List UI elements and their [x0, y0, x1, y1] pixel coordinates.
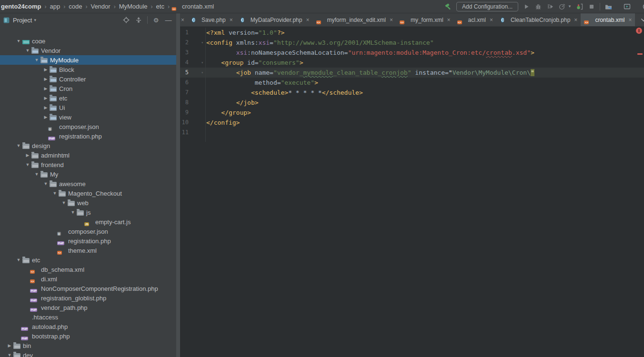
line-number[interactable]: 5▾: [180, 68, 205, 78]
collapsed-arrow-icon[interactable]: ▶: [6, 343, 13, 348]
tab-Save.php[interactable]: CSave.php×: [187, 13, 236, 26]
tree-row-js[interactable]: ▼js: [0, 208, 176, 217]
inspections-error-indicator[interactable]: [636, 28, 642, 34]
breadcrumb-item[interactable]: crontab.xml: [182, 3, 214, 10]
code-area[interactable]: <?xml version="1.0"?><config xmlns:xsi="…: [206, 28, 637, 138]
line-number[interactable]: 8: [180, 98, 205, 108]
tree-row-etc[interactable]: ▶etc: [0, 93, 176, 103]
code-line-7[interactable]: <schedule>* * * * *</schedule>: [206, 88, 637, 98]
code-editor[interactable]: 12▾34▾5▾67891011 <?xml version="1.0"?><c…: [180, 27, 644, 357]
code-line-6[interactable]: method="execute">: [206, 78, 637, 88]
tree-row-registration.php[interactable]: PHPregistration.php: [0, 236, 176, 246]
tree-row-Controller[interactable]: ▶Controller: [0, 74, 176, 84]
build-hammer-icon[interactable]: [444, 3, 452, 10]
expanded-arrow-icon[interactable]: ▼: [69, 210, 77, 215]
hide-panel-icon[interactable]: —: [164, 16, 172, 24]
expanded-arrow-icon[interactable]: ▼: [24, 48, 31, 53]
tree-row-Block[interactable]: ▶Block: [0, 65, 176, 74]
expanded-arrow-icon[interactable]: ▼: [33, 172, 40, 177]
fold-icon[interactable]: ▾: [201, 38, 203, 48]
breadcrumb-item[interactable]: MyModule: [119, 3, 148, 10]
search-icon[interactable]: [641, 3, 644, 10]
expanded-arrow-icon[interactable]: ▼: [15, 143, 22, 148]
tab-CleanTableCronjob.php[interactable]: CCleanTableCronjob.php×: [496, 13, 581, 26]
collapsed-arrow-icon[interactable]: ▶: [42, 86, 50, 91]
code-line-9[interactable]: </group>: [206, 108, 637, 118]
close-icon[interactable]: ×: [490, 17, 493, 23]
run-icon[interactable]: [523, 3, 530, 10]
tab-overflow-chevron[interactable]: [635, 13, 644, 26]
line-number[interactable]: 3: [180, 48, 205, 58]
tree-row-bin[interactable]: ▶bin: [0, 341, 176, 350]
tree-row-code[interactable]: ▼code: [0, 40, 176, 46]
error-stripe-mark[interactable]: [637, 53, 643, 55]
breadcrumb-item[interactable]: etc: [156, 3, 164, 10]
editor-gutter[interactable]: 12▾34▾5▾67891011: [180, 28, 206, 142]
collapse-all-icon[interactable]: [134, 16, 142, 24]
tree-row-dev[interactable]: ▼dev: [0, 350, 176, 357]
tree-row-composer.json[interactable]: {}composer.json: [0, 122, 176, 131]
breadcrumb[interactable]: gento24comp›app›code›Vendor›MyModule›etc…: [0, 3, 214, 10]
tree-row-MyModule[interactable]: ▼MyModule: [0, 55, 176, 65]
tree-row-autoload.php[interactable]: PHPautoload.php: [0, 322, 176, 331]
project-structure-icon[interactable]: [604, 3, 612, 10]
tree-row-registration_globlist.php[interactable]: PHPregistration_globlist.php: [0, 293, 176, 303]
tree-row-composer.json[interactable]: {}composer.json: [0, 227, 176, 236]
expanded-arrow-icon[interactable]: ▼: [24, 162, 31, 167]
collapsed-arrow-icon[interactable]: ▶: [42, 77, 50, 81]
settings-gear-icon[interactable]: ⚙: [152, 16, 160, 24]
breadcrumb-item[interactable]: gento24comp: [1, 3, 41, 10]
tree-row-vendor_path.php[interactable]: PHPvendor_path.php: [0, 303, 176, 312]
expanded-arrow-icon[interactable]: ▼: [51, 191, 59, 196]
code-line-4[interactable]: <group id="consumers">: [206, 58, 637, 68]
expanded-arrow-icon[interactable]: ▼: [6, 353, 13, 357]
tree-row-frontend[interactable]: ▼frontend: [0, 160, 176, 169]
tree-row-adminhtml[interactable]: ▶adminhtml: [0, 150, 176, 160]
profiler-dropdown-icon[interactable]: ▼: [568, 4, 572, 9]
line-number[interactable]: 7: [180, 88, 205, 98]
tree-row-Vendor[interactable]: ▼Vendor: [0, 46, 176, 55]
code-line-1[interactable]: <?xml version="1.0"?>: [206, 28, 637, 38]
line-number[interactable]: 1: [180, 28, 205, 38]
code-line-11[interactable]: [206, 128, 637, 138]
close-icon[interactable]: ×: [574, 17, 577, 23]
line-number[interactable]: 4▾: [180, 58, 205, 68]
tree-row-My[interactable]: ▼My: [0, 169, 176, 179]
tab-crontab.xml[interactable]: <>crontab.xml×: [581, 13, 635, 26]
close-icon[interactable]: ×: [230, 17, 233, 23]
expanded-arrow-icon[interactable]: ▼: [42, 181, 50, 186]
collapsed-arrow-icon[interactable]: ▶: [42, 115, 50, 119]
profiler-icon[interactable]: [558, 3, 566, 10]
attach-debugger-icon[interactable]: [576, 3, 584, 10]
run-with-coverage-icon[interactable]: [546, 3, 554, 10]
panel-splitter[interactable]: [176, 13, 180, 357]
breadcrumb-item[interactable]: app: [50, 3, 60, 10]
fold-icon[interactable]: ▾: [201, 58, 203, 68]
stop-icon[interactable]: [588, 3, 595, 10]
close-icon[interactable]: ×: [306, 17, 309, 23]
tree-row-theme.xml[interactable]: <>theme.xml: [0, 246, 176, 255]
debug-icon[interactable]: [534, 3, 542, 10]
close-icon[interactable]: ×: [390, 17, 393, 23]
collapsed-arrow-icon[interactable]: ▶: [42, 67, 50, 72]
tree-row-di.xml[interactable]: <>di.xml: [0, 274, 176, 284]
line-number[interactable]: 10: [180, 118, 205, 128]
locate-file-icon[interactable]: [122, 16, 130, 24]
line-number[interactable]: 6: [180, 78, 205, 88]
tree-row-design[interactable]: ▼design: [0, 141, 176, 150]
breadcrumb-item[interactable]: code: [69, 3, 82, 10]
code-line-5[interactable]: <job name="vendor_mymodule_clean_table_c…: [206, 68, 637, 78]
run-anything-icon[interactable]: [623, 3, 631, 10]
code-line-3[interactable]: xsi:noNamespaceSchemaLocation="urn:magen…: [206, 48, 637, 58]
tree-row-web[interactable]: ▼web: [0, 198, 176, 208]
tree-row-bootstrap.php[interactable]: PHPbootstrap.php: [0, 331, 176, 341]
collapsed-arrow-icon[interactable]: ▶: [24, 153, 31, 158]
expanded-arrow-icon[interactable]: ▼: [15, 258, 22, 262]
tree-row-NonComposerComponentRegistration.php[interactable]: PHPNonComposerComponentRegistration.php: [0, 284, 176, 293]
expanded-arrow-icon[interactable]: ▼: [60, 200, 68, 205]
close-icon[interactable]: ×: [628, 17, 632, 23]
close-icon[interactable]: ×: [180, 17, 187, 23]
tree-row-Ui[interactable]: ▶Ui: [0, 103, 176, 112]
close-icon[interactable]: ×: [447, 17, 451, 23]
tree-row-view[interactable]: ▶view: [0, 112, 176, 122]
